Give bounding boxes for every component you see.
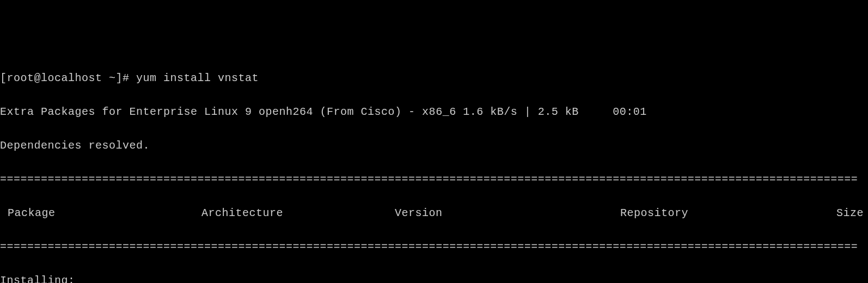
deps-resolved-line: Dependencies resolved. [0, 137, 868, 154]
installing-label: Installing: [0, 272, 868, 283]
table-header: Package Architecture Version Repository … [0, 205, 868, 222]
header-version: Version [395, 205, 620, 222]
header-size: Size [778, 205, 868, 222]
header-package: Package [0, 205, 201, 222]
command-line[interactable]: [root@localhost ~]# yum install vnstat [0, 70, 868, 87]
divider-top: ========================================… [0, 171, 868, 188]
divider-mid: ========================================… [0, 238, 868, 255]
header-repository: Repository [620, 205, 778, 222]
repo-fetch-line: Extra Packages for Enterprise Linux 9 op… [0, 103, 868, 120]
typed-command: yum install vnstat [136, 72, 259, 84]
shell-prompt: [root@localhost ~]# [0, 72, 136, 84]
header-architecture: Architecture [201, 205, 395, 222]
